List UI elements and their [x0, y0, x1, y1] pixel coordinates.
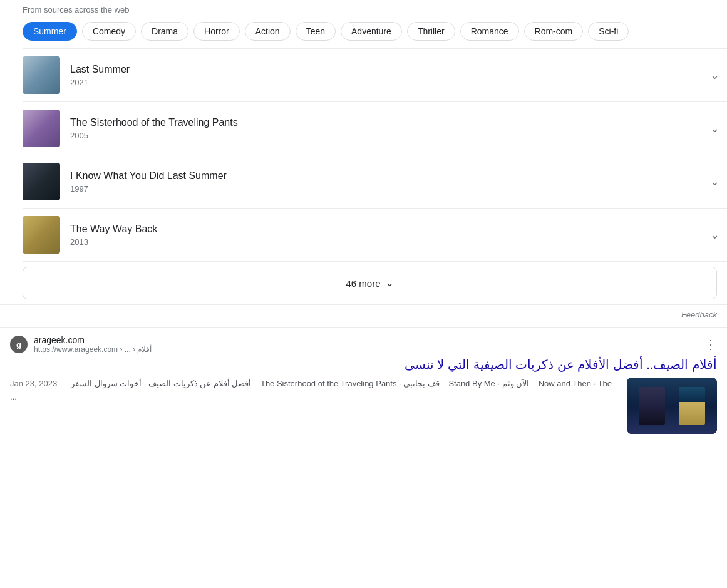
more-chevron-icon: ⌄	[386, 277, 394, 289]
article-text-block: Jan 23, 2023 — أفضل أفلام عن ذكريات الصي…	[10, 378, 619, 404]
movie-list: Last Summer2021⌄The Sisterhood of the Tr…	[23, 48, 727, 262]
article-body: Jan 23, 2023 — أفضل أفلام عن ذكريات الصي…	[10, 378, 717, 434]
expand-chevron-icon[interactable]: ⌄	[705, 175, 719, 188]
expand-chevron-icon[interactable]: ⌄	[705, 68, 719, 82]
genre-chip-rom-com[interactable]: Rom-com	[524, 22, 584, 41]
genre-chip-sci-fi[interactable]: Sci-fi	[588, 22, 629, 41]
movie-info: The Sisterhood of the Traveling Pants200…	[70, 117, 705, 140]
article-body-text: أفضل أفلام عن ذكريات الصيف · أخوات سروال…	[10, 379, 612, 401]
movie-item[interactable]: The Way Way Back2013⌄	[23, 209, 727, 262]
movie-year: 2013	[70, 237, 705, 247]
movie-item[interactable]: The Sisterhood of the Traveling Pants200…	[23, 102, 727, 155]
movie-year: 2005	[70, 131, 705, 140]
genre-chip-comedy[interactable]: Comedy	[82, 22, 136, 41]
genre-chip-horror[interactable]: Horror	[193, 22, 240, 41]
expand-chevron-icon[interactable]: ⌄	[705, 121, 719, 135]
genre-chip-action[interactable]: Action	[245, 22, 291, 41]
source-header-text: From sources across the web	[23, 5, 130, 14]
movie-info: I Know What You Did Last Summer1997	[70, 170, 705, 193]
source-section: g arageek.com https://www.arageek.com › …	[0, 327, 727, 441]
movie-year: 2021	[70, 78, 705, 87]
movie-thumbnail	[23, 163, 60, 200]
poster-jaws	[679, 387, 705, 425]
feedback-row: Feedback	[0, 304, 727, 327]
more-button[interactable]: 46 more ⌄	[23, 267, 717, 299]
more-button-label: 46 more	[346, 278, 380, 289]
expand-chevron-icon[interactable]: ⌄	[705, 228, 719, 242]
genre-chip-teen[interactable]: Teen	[296, 22, 336, 41]
article-separator: —	[59, 378, 68, 388]
genre-chip-summer[interactable]: Summer	[23, 22, 77, 41]
article-image-inner	[627, 378, 717, 434]
three-dots-menu[interactable]: ⋮	[704, 337, 717, 352]
movie-info: Last Summer2021	[70, 64, 705, 87]
genre-chip-adventure[interactable]: Adventure	[341, 22, 402, 41]
movie-thumbnail	[23, 56, 60, 94]
feedback-link[interactable]: Feedback	[681, 310, 717, 319]
genre-chip-romance[interactable]: Romance	[460, 22, 519, 41]
movie-item[interactable]: Last Summer2021⌄	[23, 49, 727, 102]
movie-item[interactable]: I Know What You Did Last Summer1997⌄	[23, 155, 727, 209]
genre-chips-container: SummerComedyDramaHorrorActionTeenAdventu…	[0, 17, 727, 48]
site-name[interactable]: arageek.com	[34, 335, 152, 345]
movie-thumbnail	[23, 110, 60, 147]
genre-chip-drama[interactable]: Drama	[141, 22, 188, 41]
movie-title: I Know What You Did Last Summer	[70, 170, 705, 182]
article-title[interactable]: أفلام الصيف.. أفضل الأفلام عن ذكريات الص…	[10, 356, 717, 373]
article-date: Jan 23, 2023	[10, 379, 57, 388]
site-favicon: g	[10, 336, 28, 353]
source-meta: g arageek.com https://www.arageek.com › …	[10, 335, 717, 354]
genre-chip-thriller[interactable]: Thriller	[407, 22, 455, 41]
poster-impossible	[639, 387, 665, 425]
movie-thumbnail	[23, 216, 60, 254]
movie-title: The Sisterhood of the Traveling Pants	[70, 117, 705, 128]
source-info: arageek.com https://www.arageek.com › ..…	[34, 335, 152, 354]
movie-info: The Way Way Back2013	[70, 224, 705, 247]
movie-title: Last Summer	[70, 64, 705, 75]
site-url: https://www.arageek.com › ... › أفلام	[34, 345, 152, 354]
article-image	[627, 378, 717, 434]
movie-title: The Way Way Back	[70, 224, 705, 235]
source-meta-left: g arageek.com https://www.arageek.com › …	[10, 335, 152, 354]
movie-year: 1997	[70, 184, 705, 193]
